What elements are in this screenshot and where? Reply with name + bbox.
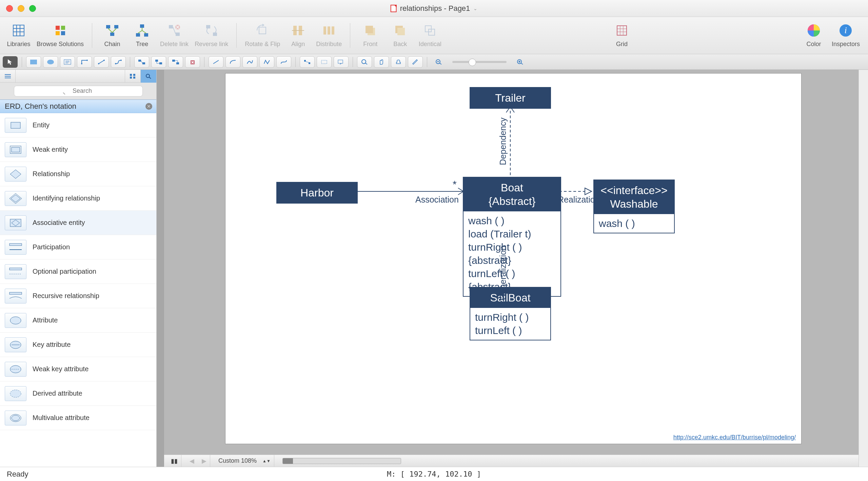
libraries-button[interactable]: Libraries [7, 23, 31, 48]
zoom-level[interactable]: Custom 108% [218, 457, 257, 464]
shape-item[interactable]: Relationship [0, 162, 156, 186]
chevron-down-icon[interactable]: ⌄ [473, 6, 477, 11]
link-tool-3[interactable] [168, 56, 183, 68]
pointer-tool[interactable] [3, 56, 18, 68]
connector-l-tool[interactable] [77, 56, 92, 68]
shape-item[interactable]: Participation [0, 235, 156, 259]
vertical-scrollbar[interactable] [859, 70, 868, 467]
page[interactable]: Trailer Harbor Boat {Abstract} [225, 73, 802, 444]
main-toolbar: Libraries Browse Solutions Chain Tree De… [0, 17, 868, 54]
shape-item[interactable]: Recursive relationship [0, 284, 156, 308]
connector-diag-tool[interactable] [94, 56, 109, 68]
connector-curve-tool[interactable] [111, 56, 126, 68]
identical-button[interactable]: Identical [418, 23, 442, 48]
next-page-button[interactable]: ▶ [202, 457, 206, 465]
front-button[interactable]: Front [358, 23, 382, 48]
link-tool-2[interactable] [151, 56, 166, 68]
polyline-tool[interactable] [259, 56, 274, 68]
callout-tool[interactable] [334, 56, 349, 68]
shape-item[interactable]: Weak key attribute [0, 357, 156, 381]
sidebar-grid-view[interactable] [125, 70, 141, 83]
shape-item[interactable]: Multivalue attribute [0, 406, 156, 430]
uml-harbor[interactable]: Harbor [276, 182, 358, 204]
svg-rect-56 [142, 62, 145, 64]
shape-item[interactable]: Optional participation [0, 259, 156, 284]
spline-tool[interactable] [242, 56, 257, 68]
stamp-tool[interactable] [391, 56, 406, 68]
chain-button[interactable]: Chain [100, 23, 124, 48]
panel-close-button[interactable]: ✕ [145, 103, 152, 110]
shape-label: Participation [33, 243, 70, 251]
arc-tool[interactable] [225, 56, 240, 68]
shape-thumb [5, 264, 26, 279]
uml-sailboat[interactable]: SailBoat turnRight ( )turnLeft ( ) [470, 287, 551, 340]
shape-item[interactable]: Key attribute [0, 333, 156, 357]
shape-label: Derived attribute [33, 390, 82, 397]
shape-item[interactable]: Entity [0, 113, 156, 138]
shape-label: Attribute [33, 316, 58, 324]
svg-rect-83 [133, 77, 135, 79]
close-window-button[interactable] [6, 5, 13, 12]
grid-button[interactable]: Grid [610, 23, 634, 48]
shape-thumb [5, 411, 26, 425]
svg-rect-86 [11, 122, 20, 128]
bezier-tool[interactable] [276, 56, 291, 68]
source-link[interactable]: http://sce2.umkc.edu/BIT/burrise/pl/mode… [673, 434, 796, 441]
horizontal-scrollbar[interactable] [282, 458, 401, 464]
delete-link-button[interactable]: Delete link [160, 23, 189, 48]
uml-trailer[interactable]: Trailer [470, 87, 551, 109]
shape-item[interactable]: Associative entity [0, 211, 156, 235]
sidebar-list-view[interactable] [0, 70, 16, 83]
eyedropper-tool[interactable] [408, 56, 423, 68]
panel-header[interactable]: ERD, Chen's notation ✕ [0, 100, 156, 113]
back-button[interactable]: Back [388, 23, 412, 48]
uml-washable[interactable]: <<interface>> Washable wash ( ) [593, 180, 675, 233]
search-input[interactable] [14, 86, 143, 97]
crop-tool[interactable] [317, 56, 332, 68]
edit-points-tool[interactable] [300, 56, 315, 68]
rect-tool[interactable] [26, 56, 41, 68]
svg-rect-15 [169, 25, 173, 28]
minimize-window-button[interactable] [18, 5, 24, 12]
harbor-label: Harbor [300, 186, 334, 200]
zoom-out-button[interactable] [431, 56, 446, 68]
hand-tool[interactable] [374, 56, 389, 68]
front-label: Front [363, 41, 377, 48]
ellipse-tool[interactable] [43, 56, 58, 68]
rotate-flip-button[interactable]: Rotate & Flip [245, 23, 280, 48]
svg-rect-16 [176, 33, 180, 36]
svg-rect-67 [338, 60, 343, 63]
shape-item[interactable]: Identifying relationship [0, 186, 156, 211]
svg-rect-0 [13, 25, 24, 36]
canvas[interactable]: Trailer Harbor Boat {Abstract} [164, 70, 859, 455]
maximize-window-button[interactable] [29, 5, 36, 12]
status-mouse-coords: M: [ 192.74, 102.10 ] [387, 470, 481, 478]
shape-item[interactable]: Attribute [0, 308, 156, 333]
back-label: Back [393, 41, 407, 48]
align-button[interactable]: Align [286, 23, 310, 48]
sidebar-search-tab[interactable] [141, 70, 156, 83]
svg-rect-12 [140, 24, 144, 28]
shape-item[interactable]: Derived attribute [0, 381, 156, 406]
zoom-in-button[interactable] [513, 56, 528, 68]
uml-boat[interactable]: Boat {Abstract} wash ( )load (Trailer t)… [463, 177, 561, 297]
grid-label: Grid [616, 41, 628, 48]
shape-item[interactable]: Weak entity [0, 138, 156, 162]
reverse-link-button[interactable]: Reverse link [195, 23, 228, 48]
link-tool-1[interactable] [134, 56, 149, 68]
line-tool[interactable] [209, 56, 223, 68]
svg-rect-20 [259, 27, 266, 34]
delete-tool[interactable] [185, 56, 200, 68]
prev-page-button[interactable]: ◀ [190, 457, 194, 465]
text-tool[interactable] [60, 56, 75, 68]
shape-label: Weak entity [33, 146, 68, 153]
color-button[interactable]: Color [802, 23, 826, 48]
zoom-tool[interactable] [357, 56, 372, 68]
shape-thumb [5, 240, 26, 255]
browse-solutions-button[interactable]: Browse Solutions [37, 23, 84, 48]
tree-button[interactable]: Tree [130, 23, 154, 48]
pause-icon[interactable]: ▮▮ [171, 457, 178, 465]
distribute-button[interactable]: Distribute [316, 23, 342, 48]
inspectors-button[interactable]: i Inspectors [832, 23, 860, 48]
zoom-slider[interactable] [452, 61, 507, 63]
